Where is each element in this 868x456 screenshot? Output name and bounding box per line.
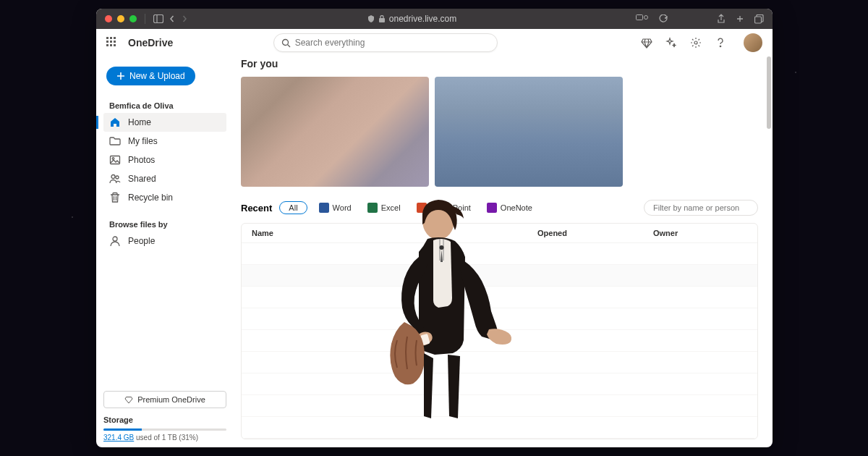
- sidebar-item-label: Recycle bin: [128, 193, 173, 203]
- sidebar-item-label: Shared: [128, 174, 156, 184]
- brand-label: OneDrive: [128, 37, 173, 48]
- recent-toolbar: Recent All Word Excel PowerPoint OneNote: [241, 200, 758, 216]
- folder-icon: [109, 135, 121, 147]
- settings-icon[interactable]: [690, 37, 702, 48]
- search-box[interactable]: [273, 33, 498, 52]
- sidebar-item-people[interactable]: People: [103, 232, 226, 250]
- browse-section-title: Browse files by: [103, 217, 226, 232]
- browser-window: onedrive.live.com OneDrive: [96, 9, 773, 447]
- scrollbar[interactable]: [767, 56, 771, 129]
- table-header: Name Opened Owner: [242, 224, 757, 243]
- table-row: [242, 330, 757, 352]
- user-section-title: Bemfica de Oliva: [103, 98, 226, 113]
- sidebar-toggle-icon[interactable]: [153, 14, 163, 23]
- table-row: [242, 352, 757, 373]
- close-window-button[interactable]: [105, 15, 112, 22]
- storage-total: used of 1 TB (31%): [136, 434, 198, 442]
- diamond-icon[interactable]: [641, 37, 652, 48]
- svg-rect-5: [755, 17, 762, 23]
- minimize-window-button[interactable]: [117, 15, 124, 22]
- table-row: [242, 417, 757, 439]
- recent-heading: Recent: [241, 203, 272, 214]
- filter-excel[interactable]: Excel: [363, 201, 405, 214]
- sidebar-item-shared[interactable]: Shared: [103, 169, 226, 188]
- forward-button[interactable]: [181, 15, 188, 22]
- filter-onenote[interactable]: OneNote: [482, 201, 537, 214]
- lock-icon: [379, 15, 385, 22]
- table-row: [242, 243, 757, 265]
- powerpoint-icon: [417, 203, 427, 213]
- table-row: [242, 287, 757, 308]
- excel-icon: [367, 203, 378, 213]
- reader-icon[interactable]: [636, 14, 649, 23]
- svg-point-14: [113, 237, 117, 241]
- column-name[interactable]: Name: [252, 229, 537, 237]
- back-button[interactable]: [169, 15, 176, 22]
- filter-all[interactable]: All: [279, 201, 307, 214]
- sidebar-item-label: Photos: [128, 155, 155, 165]
- main-content: For you Recent All Word Excel PowerPoint…: [234, 56, 773, 447]
- table-row: [242, 395, 757, 417]
- photo-icon: [109, 154, 121, 166]
- storage-text: 321.4 GB used of 1 TB (31%): [103, 434, 226, 442]
- url-bar[interactable]: onedrive.live.com: [193, 14, 631, 24]
- reload-icon[interactable]: [659, 14, 668, 23]
- storage-used[interactable]: 321.4 GB: [103, 434, 134, 442]
- share-icon[interactable]: [717, 14, 726, 24]
- filter-input[interactable]: [644, 200, 758, 216]
- table-row: [242, 373, 757, 395]
- person-icon: [109, 235, 121, 247]
- sidebar-item-myfiles[interactable]: My files: [103, 132, 226, 151]
- tabs-icon[interactable]: [754, 14, 764, 24]
- svg-point-6: [282, 39, 288, 45]
- storage-bar: [103, 428, 226, 431]
- help-icon[interactable]: [715, 37, 726, 48]
- svg-point-11: [112, 158, 114, 160]
- titlebar: onedrive.live.com: [96, 9, 773, 29]
- trash-icon: [109, 192, 121, 203]
- sidebar-item-label: My files: [128, 136, 158, 146]
- for-you-card[interactable]: [435, 77, 623, 187]
- new-tab-icon[interactable]: [736, 14, 744, 23]
- plus-icon: [116, 72, 125, 80]
- svg-rect-10: [111, 156, 120, 164]
- home-icon: [109, 117, 121, 128]
- shield-icon: [367, 15, 375, 22]
- premium-label: Premium OneDrive: [137, 395, 205, 404]
- svg-rect-3: [637, 15, 643, 20]
- search-input[interactable]: [295, 38, 490, 48]
- svg-point-12: [111, 175, 115, 179]
- people-icon: [109, 173, 121, 185]
- column-owner[interactable]: Owner: [653, 229, 747, 237]
- sidebar-item-label: Home: [128, 117, 151, 127]
- new-button-label: New & Upload: [129, 71, 185, 81]
- svg-rect-0: [154, 15, 163, 23]
- for-you-heading: For you: [241, 58, 758, 69]
- maximize-window-button[interactable]: [129, 15, 137, 22]
- svg-point-9: [720, 46, 720, 46]
- app-launcher-icon[interactable]: [106, 37, 118, 48]
- filter-powerpoint[interactable]: PowerPoint: [412, 201, 475, 214]
- search-container: [273, 33, 498, 52]
- svg-point-8: [694, 41, 697, 44]
- search-icon: [281, 38, 291, 48]
- premium-button[interactable]: Premium OneDrive: [103, 391, 226, 408]
- svg-point-4: [644, 16, 648, 20]
- for-you-card[interactable]: [241, 77, 429, 187]
- column-opened[interactable]: Opened: [537, 229, 653, 237]
- svg-rect-2: [379, 18, 385, 22]
- sidebar-item-recyclebin[interactable]: Recycle bin: [103, 188, 226, 207]
- table-row: [242, 308, 757, 330]
- sparkle-icon[interactable]: [665, 37, 677, 48]
- url-text: onedrive.live.com: [389, 14, 456, 24]
- filter-word[interactable]: Word: [315, 201, 356, 214]
- sidebar-item-home[interactable]: Home: [103, 113, 226, 132]
- new-upload-button[interactable]: New & Upload: [106, 67, 195, 85]
- word-icon: [319, 203, 329, 213]
- avatar[interactable]: [744, 33, 762, 52]
- sidebar-item-photos[interactable]: Photos: [103, 151, 226, 169]
- table-row: [242, 265, 757, 287]
- app-header: OneDrive: [96, 29, 773, 56]
- onenote-icon: [487, 203, 497, 213]
- divider: [145, 14, 145, 24]
